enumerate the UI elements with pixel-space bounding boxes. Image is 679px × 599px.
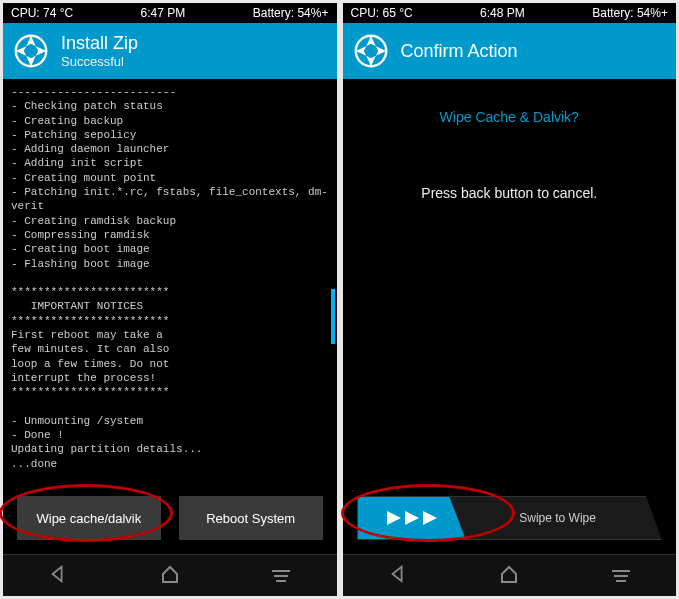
- nav-bar: [3, 554, 337, 596]
- swipe-label: Swipe to Wipe: [519, 511, 596, 525]
- header-title: Install Zip: [61, 33, 138, 54]
- left-phone: CPU: 74 °C 6:47 PM Battery: 54%+ Install…: [3, 3, 337, 596]
- nav-menu-icon[interactable]: [612, 570, 630, 582]
- nav-back-icon[interactable]: [389, 565, 407, 587]
- confirm-hint: Press back button to cancel.: [421, 185, 597, 201]
- swipe-slider[interactable]: Swipe to Wipe: [357, 496, 663, 540]
- app-header: Confirm Action: [343, 23, 677, 79]
- wipe-cache-button[interactable]: Wipe cache/dalvik: [17, 496, 161, 540]
- app-header: Install Zip Successful: [3, 23, 337, 79]
- nav-bar: [343, 554, 677, 596]
- reboot-system-button[interactable]: Reboot System: [179, 496, 323, 540]
- right-phone: CPU: 65 °C 6:48 PM Battery: 54%+ Confirm…: [343, 3, 677, 596]
- twrp-logo-icon: [351, 31, 391, 71]
- swipe-row: Swipe to Wipe: [343, 490, 677, 554]
- status-cpu: CPU: 65 °C: [351, 6, 413, 20]
- twrp-logo-icon: [11, 31, 51, 71]
- status-time: 6:47 PM: [141, 6, 186, 20]
- header-title: Confirm Action: [401, 41, 518, 62]
- status-battery: Battery: 54%+: [253, 6, 329, 20]
- status-cpu: CPU: 74 °C: [11, 6, 73, 20]
- terminal-output[interactable]: ------------------------- - Checking pat…: [3, 79, 337, 490]
- nav-home-icon[interactable]: [499, 564, 519, 588]
- swipe-knob[interactable]: [358, 497, 466, 539]
- header-subtitle: Successful: [61, 54, 138, 69]
- status-battery: Battery: 54%+: [592, 6, 668, 20]
- confirm-question: Wipe Cache & Dalvik?: [440, 109, 579, 125]
- button-row: Wipe cache/dalvik Reboot System: [3, 490, 337, 554]
- scrollbar[interactable]: [331, 289, 335, 344]
- nav-back-icon[interactable]: [49, 565, 67, 587]
- nav-home-icon[interactable]: [160, 564, 180, 588]
- status-time: 6:48 PM: [480, 6, 525, 20]
- nav-menu-icon[interactable]: [272, 570, 290, 582]
- status-bar: CPU: 74 °C 6:47 PM Battery: 54%+: [3, 3, 337, 23]
- confirm-body: Wipe Cache & Dalvik? Press back button t…: [343, 79, 677, 490]
- status-bar: CPU: 65 °C 6:48 PM Battery: 54%+: [343, 3, 677, 23]
